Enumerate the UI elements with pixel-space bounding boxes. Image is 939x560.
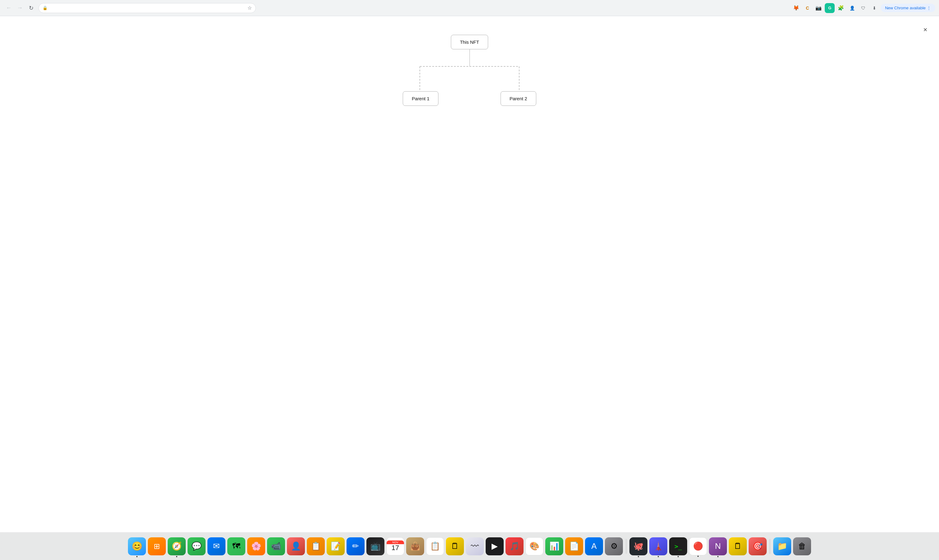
nft-tree-diagram: This NFT Parent 1 Parent 2: [0, 16, 939, 106]
back-button[interactable]: ←: [4, 3, 14, 13]
dock-item-music[interactable]: 🎵: [505, 537, 523, 555]
extensions-icon[interactable]: 🧩: [836, 3, 846, 13]
profile-icon[interactable]: 👤: [847, 3, 857, 13]
github-icon: 🐙: [633, 542, 643, 551]
screenshot-icon[interactable]: 📷: [814, 3, 824, 13]
dock-item-github[interactable]: 🐙: [630, 537, 647, 555]
safari-dot: [176, 556, 177, 557]
root-node[interactable]: This NFT: [451, 35, 488, 49]
facetime-icon: 📹: [271, 542, 281, 551]
dock-item-freeform[interactable]: ✏: [346, 537, 365, 555]
dock-item-mail[interactable]: ✉: [208, 537, 225, 555]
url-input[interactable]: localhost:3000/nfts/1: [50, 6, 245, 11]
terminal-dot: [677, 556, 679, 557]
toolbar-icons: 🦊 C 📷 G 🧩 👤 🛡 ⬇ New Chrome available ⋮: [791, 3, 935, 13]
chrome-icon: 🔴: [693, 542, 703, 551]
macos-dock: 😊 ⊞ 🧭 💬 ✉ 🗺 🌸 📹 👤 📋 📝 ✏ �: [0, 532, 939, 560]
wallet-icon: 👜: [410, 542, 420, 551]
dock-item-files[interactable]: 📁: [773, 537, 791, 555]
trash-icon: 🗑: [798, 542, 806, 551]
freeform2-icon: 〰: [471, 542, 479, 551]
dock-item-stickies2[interactable]: 🗒: [729, 537, 747, 555]
calendar-day: 17: [391, 544, 399, 552]
forward-button[interactable]: →: [15, 3, 25, 13]
appletv2-icon: ▶: [491, 542, 498, 551]
page-content: × This NFT Parent 1 Parent 2: [0, 16, 939, 532]
dock-item-pages[interactable]: 📄: [565, 537, 583, 555]
tower-dot: [658, 556, 659, 557]
dock-item-stickies[interactable]: 🗒: [446, 537, 464, 555]
chrome-dot: [697, 555, 699, 557]
parent2-label: Parent 2: [510, 96, 527, 101]
close-button[interactable]: ×: [921, 25, 930, 35]
launchpad-icon: ⊞: [154, 542, 160, 551]
claude-icon[interactable]: C: [802, 3, 812, 13]
dock-item-launchpad[interactable]: ⊞: [148, 537, 166, 555]
dock-item-maps[interactable]: 🗺: [227, 537, 245, 555]
download-icon[interactable]: ⬇: [870, 3, 879, 13]
reminders-icon: 📋: [311, 542, 321, 551]
finder-dot: [136, 556, 137, 557]
dock-item-appstore[interactable]: A: [585, 537, 603, 555]
dock-item-terminal[interactable]: >_: [669, 537, 687, 555]
tower-icon: 🗼: [653, 542, 663, 551]
more-icon: ⋮: [927, 6, 931, 10]
dock-item-contacts[interactable]: 👤: [287, 537, 305, 555]
vertical-connector: [469, 49, 470, 66]
dock-item-facetime[interactable]: 📹: [267, 537, 285, 555]
dock-item-reminders[interactable]: 📋: [307, 537, 325, 555]
dock-item-keynote[interactable]: 🎯: [749, 537, 767, 555]
address-bar[interactable]: 🔒 localhost:3000/nfts/1 ☆: [38, 3, 256, 13]
dock-item-appletv2[interactable]: ▶: [486, 537, 504, 555]
appstore-icon: A: [591, 542, 597, 551]
dock-item-tower[interactable]: 🗼: [649, 537, 667, 555]
design-icon: 🎨: [530, 542, 539, 551]
messages-icon: 💬: [192, 542, 202, 551]
browser-toolbar: ← → ↻ 🔒 localhost:3000/nfts/1 ☆ 🦊 C 📷 G …: [0, 0, 939, 16]
children-row: Parent 1 Parent 2: [403, 91, 536, 106]
star-icon[interactable]: ☆: [248, 5, 252, 11]
freeform-icon: ✏: [352, 542, 359, 551]
pages-icon: 📄: [569, 542, 579, 551]
dock-item-freeform2[interactable]: 〰: [466, 537, 484, 555]
keynote-icon: 🎯: [753, 542, 763, 551]
dock-item-settings[interactable]: ⚙: [605, 537, 623, 555]
stickies-icon: 🗒: [451, 542, 459, 551]
photos-icon: 🌸: [251, 542, 261, 551]
grammarly-icon[interactable]: G: [825, 3, 835, 13]
extra-icon[interactable]: 🛡: [858, 3, 868, 13]
root-node-label: This NFT: [460, 39, 479, 45]
dock-item-notch[interactable]: N: [709, 537, 727, 555]
settings-icon: ⚙: [611, 542, 617, 551]
dock-item-numbers[interactable]: 📊: [545, 537, 563, 555]
notes-icon: 📝: [331, 542, 341, 551]
dock-item-safari[interactable]: 🧭: [168, 537, 186, 555]
new-chrome-button[interactable]: New Chrome available ⋮: [881, 4, 935, 12]
maps-icon: 🗺: [232, 542, 240, 551]
reload-button[interactable]: ↻: [26, 3, 36, 13]
dock-item-design[interactable]: 🎨: [525, 537, 543, 555]
new-chrome-label: New Chrome available: [885, 6, 926, 10]
files-icon: 📁: [777, 542, 787, 551]
parent1-label: Parent 1: [412, 96, 429, 101]
finder-icon: 😊: [132, 541, 143, 551]
parent2-node[interactable]: Parent 2: [500, 91, 536, 106]
contacts-icon: 👤: [291, 542, 301, 551]
dock-item-appletv[interactable]: 📺: [366, 537, 385, 555]
safari-icon: 🧭: [172, 542, 182, 551]
dock-item-reminders2[interactable]: 📋: [426, 537, 444, 555]
dock-item-trash[interactable]: 🗑: [793, 537, 811, 555]
parent1-node[interactable]: Parent 1: [403, 91, 439, 106]
lock-icon: 🔒: [43, 6, 48, 10]
dock-item-chrome[interactable]: 🔴: [689, 537, 707, 555]
metamask-icon[interactable]: 🦊: [791, 3, 801, 13]
dock-item-finder[interactable]: 😊: [128, 537, 146, 555]
dock-item-calendar[interactable]: NOV 17: [386, 537, 404, 555]
dock-item-messages[interactable]: 💬: [188, 537, 206, 555]
branch-lines: [417, 66, 522, 91]
dock-item-wallet[interactable]: 👜: [406, 537, 424, 555]
music-icon: 🎵: [510, 542, 519, 551]
dock-item-notes[interactable]: 📝: [327, 537, 345, 555]
mail-icon: ✉: [213, 542, 220, 551]
dock-item-photos[interactable]: 🌸: [247, 537, 265, 555]
